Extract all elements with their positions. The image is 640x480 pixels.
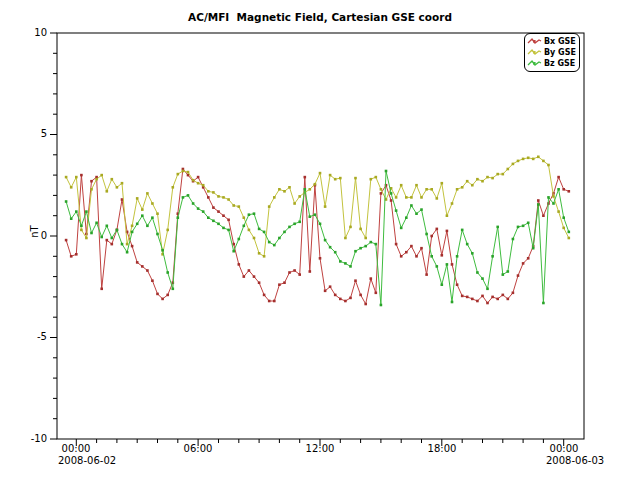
bx-line-sample-icon — [527, 37, 542, 46]
legend-item-by: By GSE — [527, 47, 579, 58]
by-line-sample-icon — [527, 48, 542, 57]
plot-area — [0, 0, 640, 480]
legend-label-by: By GSE — [544, 48, 576, 57]
legend-label-bx: Bx GSE — [544, 37, 576, 46]
legend-item-bz: Bz GSE — [527, 58, 579, 69]
plot-canvas: AC/MFI Magnetic Field, Cartesian GSE coo… — [0, 0, 640, 480]
bz-line-sample-icon — [527, 59, 542, 68]
legend: Bx GSE By GSE Bz GSE — [524, 33, 580, 72]
legend-item-bx: Bx GSE — [527, 36, 579, 47]
legend-label-bz: Bz GSE — [544, 59, 575, 68]
